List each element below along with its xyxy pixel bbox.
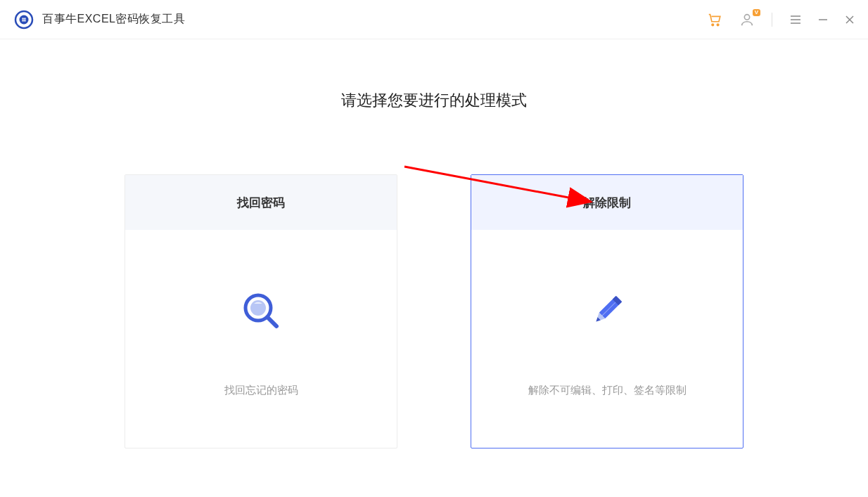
card-remove-title: 解除限制 xyxy=(471,175,743,230)
svg-rect-5 xyxy=(24,20,25,21)
minimize-icon[interactable] xyxy=(817,14,829,25)
card-remove-restriction[interactable]: 解除限制 解除不可编辑、打印、签名等限制 xyxy=(471,174,743,448)
card-recover-body: 找回忘记的密码 xyxy=(125,230,397,448)
titlebar-right: V xyxy=(707,12,855,27)
window-controls xyxy=(789,13,855,26)
card-remove-body: 解除不可编辑、打印、签名等限制 xyxy=(471,230,743,448)
svg-rect-2 xyxy=(23,18,24,19)
main-content: 请选择您要进行的处理模式 找回密码 找回忘记的密码 解除限制 xyxy=(0,39,868,448)
titlebar-divider xyxy=(772,13,772,27)
app-title: 百事牛EXCEL密码恢复工具 xyxy=(42,12,185,27)
close-icon[interactable] xyxy=(844,14,855,25)
svg-line-17 xyxy=(268,318,276,326)
menu-icon[interactable] xyxy=(789,13,802,26)
svg-rect-3 xyxy=(24,18,25,19)
svg-rect-4 xyxy=(23,20,24,21)
card-remove-desc: 解除不可编辑、打印、签名等限制 xyxy=(528,384,687,397)
card-recover-title: 找回密码 xyxy=(125,175,397,230)
mode-cards: 找回密码 找回忘记的密码 解除限制 xyxy=(125,174,743,448)
svg-point-7 xyxy=(717,24,719,26)
svg-point-8 xyxy=(744,14,749,19)
titlebar: 百事牛EXCEL密码恢复工具 V xyxy=(0,0,868,39)
cart-icon[interactable] xyxy=(707,12,722,27)
titlebar-left: 百事牛EXCEL密码恢复工具 xyxy=(14,10,185,30)
card-recover-password[interactable]: 找回密码 找回忘记的密码 xyxy=(125,174,397,448)
vip-badge: V xyxy=(753,9,760,16)
svg-point-1 xyxy=(20,15,29,24)
magnifier-icon xyxy=(238,288,283,333)
app-logo-icon xyxy=(14,10,34,30)
card-recover-desc: 找回忘记的密码 xyxy=(224,384,298,397)
page-heading: 请选择您要进行的处理模式 xyxy=(341,90,527,111)
user-icon[interactable]: V xyxy=(739,12,755,27)
pencil-icon xyxy=(585,288,630,333)
svg-point-6 xyxy=(712,24,714,26)
